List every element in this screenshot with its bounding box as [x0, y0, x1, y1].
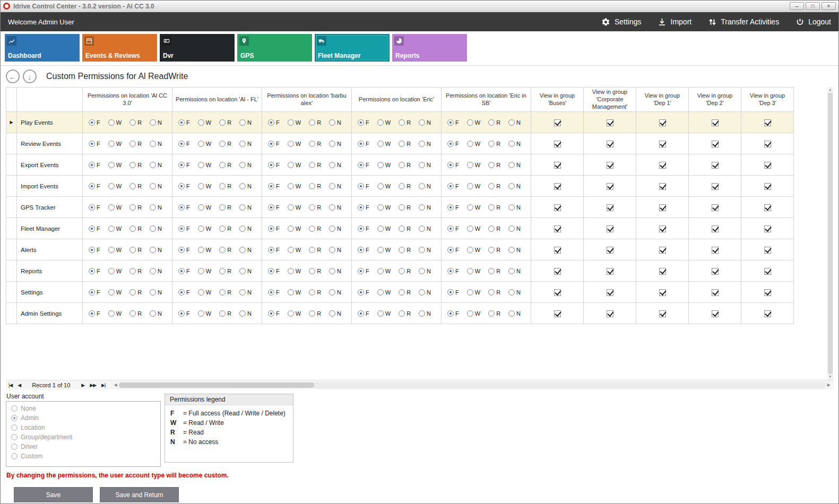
permission-radio-f[interactable]: F — [89, 119, 100, 126]
group-checkbox[interactable] — [554, 289, 561, 296]
permission-radio-n[interactable]: N — [329, 119, 341, 126]
group-checkbox[interactable] — [712, 289, 719, 296]
permission-radio-w[interactable]: W — [108, 183, 122, 189]
user-account-option-admin[interactable]: Admin — [11, 414, 155, 422]
permission-radio-w[interactable]: W — [377, 162, 391, 168]
permission-radio-n[interactable]: N — [419, 268, 431, 274]
group-checkbox[interactable] — [712, 268, 719, 275]
permission-radio-f[interactable]: F — [447, 310, 459, 317]
group-checkbox[interactable] — [554, 310, 561, 317]
permission-radio-n[interactable]: N — [150, 225, 162, 232]
permission-radio-f[interactable]: F — [447, 183, 459, 189]
permission-radio-w[interactable]: W — [198, 119, 211, 126]
permission-radio-w[interactable]: W — [108, 162, 122, 168]
permission-radio-f[interactable]: F — [358, 310, 369, 317]
permission-radio-n[interactable]: N — [329, 268, 341, 274]
permission-radio-n[interactable]: N — [329, 247, 341, 253]
permission-radio-w[interactable]: W — [288, 162, 301, 168]
permission-radio-f[interactable]: F — [178, 183, 190, 189]
permission-radio-f[interactable]: F — [268, 204, 280, 211]
scroll-down-icon[interactable]: ▼ — [827, 374, 833, 380]
permission-radio-n[interactable]: N — [150, 162, 162, 168]
group-checkbox[interactable] — [659, 310, 666, 317]
permission-radio-w[interactable]: W — [467, 268, 480, 274]
group-checkbox[interactable] — [607, 289, 613, 296]
permission-radio-w[interactable]: W — [288, 247, 301, 253]
tab-events-reviews[interactable]: Events & Reviews — [82, 34, 157, 62]
group-checkbox[interactable] — [764, 268, 771, 275]
permission-radio-f[interactable]: F — [178, 119, 190, 126]
group-checkbox[interactable] — [607, 183, 613, 190]
permission-radio-n[interactable]: N — [239, 162, 252, 168]
permission-radio-n[interactable]: N — [508, 268, 521, 274]
group-checkbox[interactable] — [764, 119, 771, 126]
topbar-action-transfer-activities[interactable]: Transfer Activities — [707, 17, 779, 27]
permission-radio-w[interactable]: W — [108, 204, 122, 211]
permission-radio-w[interactable]: W — [198, 310, 211, 317]
permission-radio-r[interactable]: R — [129, 289, 142, 296]
permission-radio-w[interactable]: W — [198, 162, 211, 168]
permission-radio-r[interactable]: R — [309, 289, 321, 296]
group-checkbox[interactable] — [712, 162, 719, 169]
permission-radio-n[interactable]: N — [150, 310, 162, 317]
permission-radio-r[interactable]: R — [129, 247, 142, 253]
group-checkbox[interactable] — [659, 247, 666, 254]
permission-radio-f[interactable]: F — [178, 225, 190, 232]
permission-radio-f[interactable]: F — [358, 204, 369, 211]
permission-radio-f[interactable]: F — [89, 289, 100, 296]
horizontal-scroll-thumb[interactable] — [119, 383, 314, 388]
permission-radio-f[interactable]: F — [358, 141, 369, 147]
tab-reports[interactable]: Reports — [392, 34, 467, 62]
permission-radio-r[interactable]: R — [309, 204, 321, 211]
group-checkbox[interactable] — [607, 162, 613, 169]
permission-radio-f[interactable]: F — [358, 247, 369, 253]
permission-radio-f[interactable]: F — [447, 162, 459, 168]
permission-radio-r[interactable]: R — [488, 310, 500, 317]
topbar-action-logout[interactable]: Logout — [795, 17, 831, 27]
permission-radio-w[interactable]: W — [467, 162, 480, 168]
permission-radio-w[interactable]: W — [108, 268, 122, 274]
group-checkbox[interactable] — [764, 310, 771, 317]
group-checkbox[interactable] — [659, 119, 666, 126]
group-checkbox[interactable] — [607, 225, 613, 232]
scroll-right-icon[interactable]: ▶ — [826, 383, 832, 387]
permission-radio-w[interactable]: W — [288, 268, 301, 274]
permission-radio-w[interactable]: W — [288, 289, 301, 296]
permission-radio-r[interactable]: R — [309, 162, 321, 168]
permission-radio-w[interactable]: W — [108, 247, 122, 253]
group-checkbox[interactable] — [607, 268, 613, 275]
back-button[interactable]: ← — [6, 69, 20, 83]
permission-radio-w[interactable]: W — [467, 310, 480, 317]
permission-radio-w[interactable]: W — [377, 183, 391, 189]
group-checkbox[interactable] — [764, 141, 771, 147]
group-checkbox[interactable] — [554, 268, 561, 275]
permission-radio-n[interactable]: N — [239, 268, 252, 274]
permission-radio-r[interactable]: R — [309, 183, 321, 189]
permission-radio-f[interactable]: F — [268, 289, 280, 296]
permission-radio-w[interactable]: W — [467, 289, 480, 296]
permission-radio-w[interactable]: W — [288, 119, 301, 126]
permission-radio-f[interactable]: F — [358, 183, 369, 189]
group-checkbox[interactable] — [554, 247, 561, 254]
group-checkbox[interactable] — [607, 247, 613, 254]
permission-radio-f[interactable]: F — [358, 225, 369, 232]
permission-radio-f[interactable]: F — [447, 268, 459, 274]
vertical-scrollbar[interactable]: ▲ ▼ — [827, 87, 833, 380]
permission-radio-r[interactable]: R — [219, 141, 231, 147]
permission-radio-n[interactable]: N — [508, 289, 521, 296]
group-checkbox[interactable] — [659, 183, 666, 190]
group-checkbox[interactable] — [764, 289, 771, 296]
tab-dvr[interactable]: Dvr — [160, 34, 235, 62]
scroll-left-icon[interactable]: ◀ — [112, 383, 118, 387]
group-checkbox[interactable] — [554, 183, 561, 190]
permission-radio-r[interactable]: R — [129, 141, 142, 147]
permission-radio-n[interactable]: N — [419, 225, 431, 232]
permission-radio-w[interactable]: W — [377, 310, 391, 317]
group-checkbox[interactable] — [764, 183, 771, 190]
permission-radio-f[interactable]: F — [178, 247, 190, 253]
permission-radio-w[interactable]: W — [198, 183, 211, 189]
group-checkbox[interactable] — [712, 119, 719, 126]
permission-radio-r[interactable]: R — [399, 289, 411, 296]
permission-radio-f[interactable]: F — [178, 141, 190, 147]
permission-radio-r[interactable]: R — [309, 247, 321, 253]
